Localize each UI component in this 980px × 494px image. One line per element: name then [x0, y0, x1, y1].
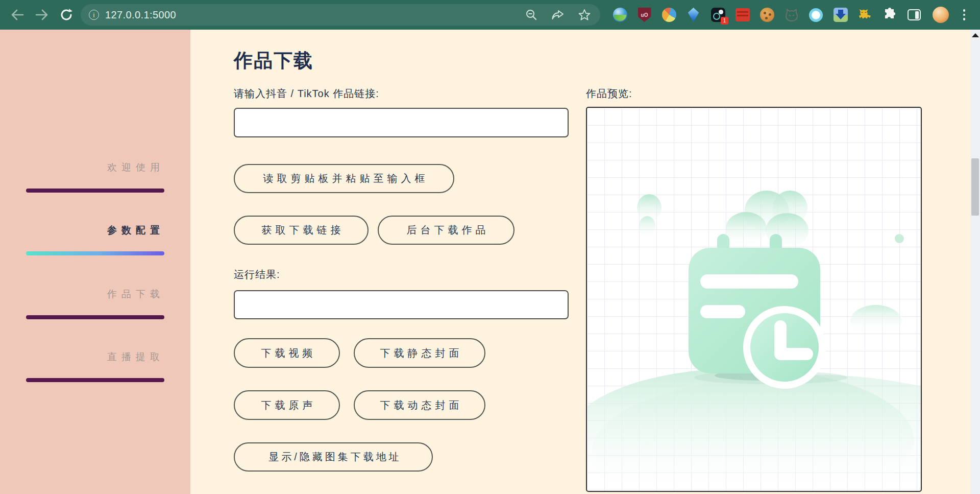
extensions-puzzle-button[interactable] — [882, 8, 897, 22]
back-arrow-icon — [11, 9, 24, 20]
forward-arrow-icon — [35, 9, 48, 20]
forward-button[interactable] — [32, 5, 52, 25]
browser-toolbar: i 127.0.0.1:5000 uO 1 — [0, 0, 980, 30]
profile-avatar[interactable] — [933, 7, 949, 23]
cloud-right — [726, 191, 808, 248]
extensions-row: uO 1 — [612, 8, 921, 22]
download-dynamic-cover-button[interactable]: 下载动态封面 — [354, 390, 485, 420]
ublock-extension-icon[interactable]: uO — [637, 8, 652, 22]
weather-ball-extension-icon[interactable] — [662, 8, 676, 22]
cookie-extension-icon[interactable] — [760, 8, 774, 22]
browser-menu-button[interactable] — [958, 7, 970, 22]
reload-icon — [60, 8, 73, 21]
yellow-cat-extension-icon[interactable] — [857, 8, 872, 22]
nav-underline-active — [26, 251, 164, 255]
main-content: 作品下载 请输入抖音 / TikTok 作品链接: 读取剪贴板并粘贴至输入框 获… — [190, 30, 970, 494]
hill-right — [850, 305, 901, 338]
sidebar-item-download[interactable]: 作品下载 — [26, 287, 164, 319]
download-static-cover-button[interactable]: 下载静态封面 — [354, 338, 485, 368]
zoom-out-icon[interactable] — [524, 7, 539, 22]
read-clipboard-button[interactable]: 读取剪贴板并粘贴至输入框 — [234, 164, 454, 193]
back-button[interactable] — [7, 5, 28, 25]
toggle-gallery-links-button[interactable]: 显示/隐藏图集下载地址 — [234, 442, 433, 472]
get-download-link-button[interactable]: 获取下载链接 — [234, 216, 369, 245]
download-audio-button[interactable]: 下载原声 — [234, 390, 340, 420]
cat-outline-icon — [785, 8, 799, 22]
background-download-button[interactable]: 后台下载作品 — [378, 216, 514, 245]
video-downloader-extension-icon[interactable] — [833, 8, 848, 22]
sidebar-item-live[interactable]: 直播提取 — [26, 350, 164, 382]
address-bar[interactable]: i 127.0.0.1:5000 — [81, 4, 600, 26]
bookmark-star-icon[interactable] — [577, 7, 592, 22]
clock-illustration — [743, 306, 826, 389]
url-text[interactable]: 127.0.0.1:5000 — [105, 9, 512, 21]
sidebar-item-welcome[interactable]: 欢迎使用 — [26, 160, 164, 193]
cat-extension-icon[interactable] — [784, 8, 799, 22]
download-video-button[interactable]: 下载视频 — [234, 338, 340, 368]
side-panel-button[interactable] — [906, 8, 921, 22]
result-input[interactable] — [234, 290, 569, 319]
page-title: 作品下载 — [234, 48, 313, 74]
preview-panel — [586, 107, 922, 492]
red-shelf-extension-icon[interactable] — [735, 8, 750, 22]
preview-label: 作品预览: — [586, 87, 632, 101]
sidebar-nav: 欢迎使用 参数配置 作品下载 直播提取 — [0, 30, 190, 494]
calendar-line-short — [700, 305, 745, 318]
reload-button[interactable] — [56, 5, 77, 25]
blue-ring-extension-icon[interactable] — [808, 8, 823, 22]
preview-placeholder-illustration — [587, 108, 922, 492]
nav-underline — [26, 378, 164, 382]
browser-window: i 127.0.0.1:5000 uO 1 — [0, 0, 980, 494]
capture-extension-icon[interactable]: 1 — [710, 8, 725, 22]
puzzle-icon — [883, 8, 897, 22]
link-input-label: 请输入抖音 / TikTok 作品链接: — [234, 87, 379, 101]
calendar-line-long — [700, 274, 798, 289]
scrollbar-thumb[interactable] — [971, 158, 979, 216]
web-page: 欢迎使用 参数配置 作品下载 直播提取 作品下载 请输入抖音 / TikTok … — [0, 30, 980, 494]
cloud-dot — [895, 234, 904, 243]
idm-extension-icon[interactable] — [612, 8, 627, 22]
link-input[interactable] — [234, 108, 569, 137]
blue-gem-extension-icon[interactable] — [686, 8, 701, 22]
sidebar-item-config[interactable]: 参数配置 — [26, 223, 164, 255]
site-info-icon[interactable]: i — [89, 10, 99, 20]
scrollbar-up-arrow[interactable] — [972, 33, 979, 37]
extension-badge: 1 — [721, 17, 728, 25]
nav-underline — [26, 189, 164, 193]
page-scrollbar[interactable] — [970, 30, 980, 494]
nav-underline — [26, 315, 164, 319]
share-icon[interactable] — [550, 7, 566, 22]
result-label: 运行结果: — [234, 268, 280, 281]
yellow-cat-icon — [857, 8, 872, 22]
